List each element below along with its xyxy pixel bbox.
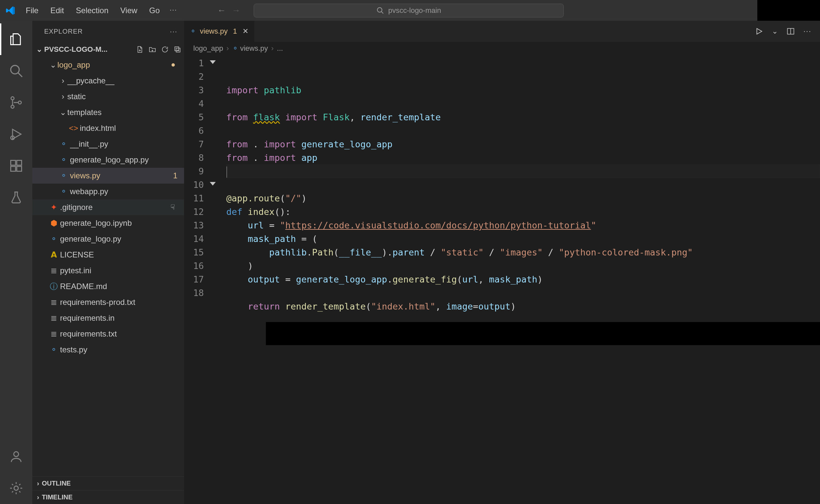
menu-file[interactable]: File	[20, 4, 45, 17]
file-label: views.py	[70, 171, 173, 180]
file-readme-md[interactable]: ⓘ README.md	[32, 279, 184, 294]
menu-more-icon[interactable]: ···	[166, 4, 181, 17]
python-file-icon: ⚬	[49, 345, 59, 354]
code-editor[interactable]: 123456789101112131415161718 import pathl…	[184, 55, 820, 504]
window-controls-region	[757, 0, 820, 21]
chevron-right-icon: ›	[59, 92, 67, 101]
command-center[interactable]: pvscc-logo-main	[254, 4, 564, 17]
timeline-label: TIMELINE	[42, 493, 73, 501]
files-icon	[9, 32, 23, 46]
svg-point-6	[18, 101, 21, 104]
sidebar-title-row: EXPLORER ···	[32, 21, 184, 42]
file-label: generate_logo.ipynb	[60, 219, 184, 228]
new-folder-icon[interactable]	[148, 45, 156, 53]
vscode-logo-icon	[5, 5, 16, 16]
activity-testing[interactable]	[0, 182, 32, 213]
timeline-pane-header[interactable]: › TIMELINE	[32, 490, 184, 504]
sidebar-more-icon[interactable]: ···	[170, 28, 177, 35]
file-label: requirements.txt	[60, 329, 184, 339]
folder-templates[interactable]: ⌄ templates	[32, 104, 184, 120]
file-tree: ⌄ logo_app › __pycache__ › static ⌄ temp…	[32, 57, 184, 476]
folder-logo-app[interactable]: ⌄ logo_app	[32, 57, 184, 73]
search-icon	[9, 64, 23, 78]
file-requirements-prod-txt[interactable]: ≣ requirements-prod.txt	[32, 294, 184, 310]
file-requirements-txt[interactable]: ≣ requirements.txt	[32, 326, 184, 342]
command-center-text: pvscc-logo-main	[388, 6, 441, 15]
file-label: webapp.py	[70, 187, 184, 196]
nav-arrows: ← →	[217, 5, 240, 15]
chevron-right-icon: ›	[37, 480, 39, 487]
python-file-icon: ⚬	[59, 155, 69, 164]
breadcrumbs[interactable]: logo_app › ⚬ views.py › ...	[184, 42, 820, 55]
file-generate-logo-py[interactable]: ⚬ generate_logo.py	[32, 231, 184, 247]
svg-point-2	[11, 66, 19, 74]
file-webapp-py[interactable]: ⚬ webapp.py	[32, 184, 184, 199]
file-views-py[interactable]: ⚬ views.py 1	[32, 168, 184, 184]
breadcrumb-item[interactable]: views.py	[240, 44, 268, 53]
svg-point-13	[14, 486, 18, 490]
svg-rect-11	[17, 161, 22, 165]
close-icon[interactable]: ✕	[242, 27, 248, 36]
file-init-py[interactable]: ⚬ __init__.py	[32, 136, 184, 152]
python-file-icon: ⚬	[59, 187, 69, 196]
file-label: __init__.py	[70, 139, 184, 149]
activity-accounts[interactable]	[0, 441, 32, 472]
folder-label: static	[67, 92, 184, 101]
menu-view[interactable]: View	[114, 4, 143, 17]
collapse-all-icon[interactable]	[173, 45, 181, 53]
title-bar: File Edit Selection View Go ··· ← → pvsc…	[0, 0, 820, 21]
new-file-icon[interactable]	[136, 45, 144, 53]
python-file-icon: ⚬	[59, 171, 69, 180]
activity-scm[interactable]	[0, 87, 32, 118]
more-actions-icon[interactable]: ···	[804, 27, 811, 36]
file-gitignore[interactable]: ✦ .gitignore ☟	[32, 199, 184, 215]
file-label: LICENSE	[60, 250, 184, 259]
file-license[interactable]: 𝗔 LICENSE	[32, 247, 184, 263]
file-index-html[interactable]: <> index.html	[32, 120, 184, 136]
code-content[interactable]: import pathlibfrom flask import Flask, r…	[224, 55, 820, 504]
run-python-icon[interactable]	[755, 27, 763, 36]
outline-pane-header[interactable]: › OUTLINE	[32, 476, 184, 490]
notebook-file-icon: ⬢	[49, 219, 59, 228]
folder-pycache[interactable]: › __pycache__	[32, 73, 184, 89]
svg-point-5	[11, 105, 14, 108]
editor-tabs: ⚬ views.py 1 ✕ ⌄ ···	[184, 21, 820, 42]
svg-point-12	[14, 452, 19, 457]
split-editor-icon[interactable]	[786, 27, 795, 36]
activity-settings[interactable]	[0, 472, 32, 504]
menu-go[interactable]: Go	[143, 4, 166, 17]
text-file-icon: ≣	[49, 298, 59, 307]
folder-static[interactable]: › static	[32, 89, 184, 104]
menu-edit[interactable]: Edit	[45, 4, 70, 17]
file-generate-logo-app-py[interactable]: ⚬ generate_logo_app.py	[32, 152, 184, 168]
chevron-right-icon: ›	[37, 493, 39, 501]
tab-views-py[interactable]: ⚬ views.py 1 ✕	[184, 21, 255, 42]
folder-root-header[interactable]: ⌄ PVSCC-LOGO-M...	[32, 42, 184, 57]
redacted-region	[266, 322, 820, 345]
svg-point-4	[11, 97, 14, 100]
file-pytest-ini[interactable]: ≣ pytest.ini	[32, 263, 184, 279]
line-number-gutter: 123456789101112131415161718	[184, 55, 224, 504]
run-dropdown-icon[interactable]: ⌄	[772, 27, 778, 36]
explorer-sidebar: EXPLORER ··· ⌄ PVSCC-LOGO-M... ⌄ logo_ap…	[32, 21, 184, 504]
svg-rect-8	[11, 161, 16, 165]
tab-label: views.py	[200, 27, 228, 36]
refresh-icon[interactable]	[161, 45, 169, 53]
activity-run[interactable]	[0, 118, 32, 150]
search-icon	[376, 7, 384, 15]
file-generate-logo-ipynb[interactable]: ⬢ generate_logo.ipynb	[32, 215, 184, 231]
activity-extensions[interactable]	[0, 150, 32, 182]
info-file-icon: ⓘ	[49, 281, 59, 292]
nav-forward-icon[interactable]: →	[232, 5, 240, 15]
file-requirements-in[interactable]: ≣ requirements.in	[32, 310, 184, 326]
activity-search[interactable]	[0, 55, 32, 87]
file-tests-py[interactable]: ⚬ tests.py	[32, 342, 184, 358]
file-label: requirements.in	[60, 313, 184, 323]
activity-explorer[interactable]	[0, 23, 32, 55]
chevron-down-icon: ⌄	[59, 108, 67, 117]
menu-selection[interactable]: Selection	[70, 4, 114, 17]
nav-back-icon[interactable]: ←	[217, 5, 226, 15]
breadcrumb-item[interactable]: ...	[277, 44, 283, 53]
breadcrumb-item[interactable]: logo_app	[193, 44, 223, 53]
editor-actions: ⌄ ···	[746, 21, 820, 42]
